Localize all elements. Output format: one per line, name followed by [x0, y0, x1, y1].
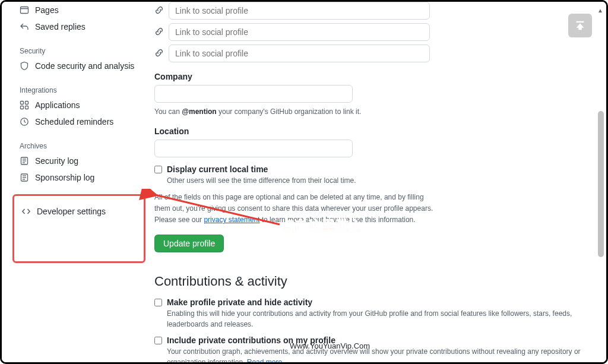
sidebar-item-label: Developer settings	[37, 207, 106, 216]
vertical-scrollbar[interactable]: ▲	[596, 5, 605, 359]
privacy-statement-link[interactable]: privacy statement	[204, 216, 259, 224]
link-icon	[154, 5, 164, 17]
clock-icon	[20, 117, 29, 126]
social-link-input[interactable]	[169, 45, 430, 62]
sidebar-item-label: Sponsorship log	[35, 173, 94, 182]
scrollbar-up-arrow[interactable]: ▲	[596, 5, 605, 15]
sidebar-item-pages[interactable]: Pages	[15, 2, 142, 18]
link-icon	[154, 27, 164, 38]
settings-sidebar: Pages Saved replies Security Code securi…	[2, 2, 147, 362]
browser-icon	[20, 5, 29, 15]
sidebar-item-label: Code security and analysis	[35, 61, 134, 71]
update-profile-button[interactable]: Update profile	[154, 235, 224, 252]
social-link-input[interactable]	[169, 23, 430, 41]
svg-rect-5	[26, 106, 28, 109]
svg-rect-15	[577, 21, 584, 23]
mention-text: @mention	[182, 107, 216, 116]
social-link-row	[154, 23, 592, 41]
sidebar-item-code-security[interactable]: Code security and analysis	[15, 58, 142, 74]
scrollbar-thumb[interactable]	[598, 111, 604, 257]
sidebar-item-label: Saved replies	[35, 22, 86, 31]
display-localtime-desc: Other users will see the time difference…	[167, 175, 592, 186]
company-label: Company	[154, 72, 592, 81]
display-localtime-checkbox[interactable]	[154, 166, 162, 173]
svg-rect-4	[21, 106, 24, 109]
sidebar-item-applications[interactable]: Applications	[15, 97, 142, 113]
apps-icon	[20, 100, 29, 110]
social-link-input[interactable]	[169, 2, 430, 20]
sidebar-item-label: Pages	[35, 5, 59, 15]
company-input[interactable]	[154, 85, 353, 103]
scroll-to-top-button[interactable]	[568, 14, 592, 37]
svg-rect-2	[21, 102, 24, 105]
log-icon	[20, 156, 29, 166]
display-localtime-label: Display current local time	[167, 164, 268, 174]
company-hint: You can @mention your company's GitHub o…	[154, 106, 592, 117]
location-input[interactable]	[154, 140, 353, 157]
read-more-link[interactable]: Read more	[247, 358, 282, 362]
profile-disclaimer: All of the fields on this page are optio…	[154, 192, 433, 226]
svg-rect-3	[26, 102, 28, 105]
make-private-label: Make profile private and hide activity	[167, 297, 312, 307]
sidebar-item-label: Scheduled reminders	[35, 117, 113, 126]
developer-settings-highlight: Developer settings	[12, 194, 145, 263]
main-content: Company You can @mention your company's …	[147, 2, 606, 362]
sidebar-item-sponsorship-log[interactable]: Sponsorship log	[15, 169, 142, 186]
sidebar-item-saved-replies[interactable]: Saved replies	[15, 18, 142, 35]
contributions-title: Contributions & activity	[154, 274, 592, 289]
sidebar-header-integrations: Integrations	[15, 83, 142, 97]
code-icon	[21, 207, 31, 216]
shield-icon	[20, 61, 29, 71]
link-icon	[154, 48, 164, 59]
include-private-checkbox[interactable]	[154, 337, 162, 344]
sidebar-header-archives: Archives	[15, 138, 142, 153]
reply-icon	[20, 22, 29, 31]
sidebar-item-developer-settings[interactable]: Developer settings	[19, 203, 139, 220]
social-link-row	[154, 2, 592, 20]
sidebar-item-security-log[interactable]: Security log	[15, 153, 142, 169]
location-label: Location	[154, 126, 592, 136]
make-private-checkbox[interactable]	[154, 299, 162, 306]
social-link-row	[154, 45, 592, 62]
sidebar-item-label: Security log	[35, 156, 78, 166]
make-private-desc: Enabling this will hide your contributio…	[167, 308, 592, 330]
sidebar-item-label: Applications	[35, 100, 80, 110]
watermark-text: Www.YouYuanVip.Com	[290, 341, 370, 350]
log-icon	[20, 173, 29, 182]
sidebar-header-security: Security	[15, 43, 142, 58]
sidebar-item-scheduled-reminders[interactable]: Scheduled reminders	[15, 113, 142, 130]
svg-rect-0	[21, 7, 28, 14]
include-private-desc: Your contribution graph, achievements, a…	[167, 346, 592, 362]
